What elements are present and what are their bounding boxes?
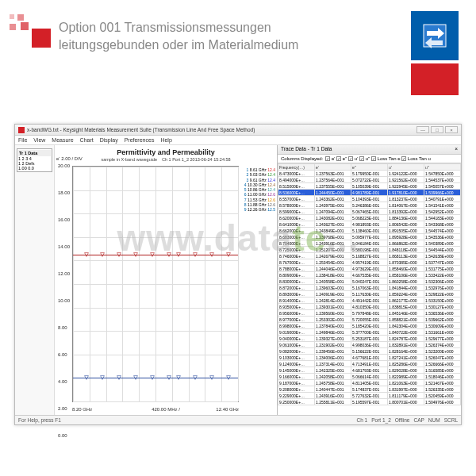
y-tick: 20.00	[58, 163, 70, 168]
table-row[interactable]: 9.166000E+…1.242058E+0015.066614E-0011.8…	[278, 374, 461, 380]
data-grid-wrap[interactable]: Frequency(…)e'e''u'u'' 8.473000E+…1.2375…	[278, 163, 461, 415]
trace-data-panel: Trace Data - Tr 1 Data × Columns Display…	[277, 145, 461, 415]
chart-ylabel: e' 2.00 / DIV	[56, 156, 83, 161]
table-row[interactable]: 8.746000E+…1.242679E+0015.168827E-0011.8…	[278, 253, 461, 259]
table-row[interactable]: 8.641000E+…1.243627E+0014.981893E-0011.8…	[278, 221, 461, 228]
table-row[interactable]: 9.061000E+…1.231902E+0014.998036E-0011.8…	[278, 342, 461, 348]
headline-text: Option 001 Transmissionsmessungen leitun…	[59, 19, 298, 53]
marker-down-icon	[84, 375, 89, 380]
statusbar: For Help, press F1 Ch 1Port 1_2OfflineCA…	[15, 415, 461, 424]
app-window: x-bandWG.txt - Keysight Materials Measur…	[14, 124, 462, 425]
checkbox[interactable]: ✓	[401, 156, 406, 161]
table-row[interactable]: 8.956000E+…1.239560E+0015.797848E-0011.8…	[278, 310, 461, 317]
menu-view[interactable]: View	[33, 137, 45, 143]
x-tick: 8.20 GHz	[72, 407, 92, 412]
headline-line2: leitungsgebunden oder im Materialmedium	[59, 36, 298, 54]
table-row[interactable]: 8.830000E+…1.240558E+0015.040247E-0011.8…	[278, 278, 461, 285]
table-row[interactable]: 8.935000E+…1.239301E+0014.810350E-0011.8…	[278, 304, 461, 310]
close-button[interactable]: ×	[445, 126, 458, 133]
table-row[interactable]: 9.040000E+…1.239327E+0015.253187E-0011.8…	[278, 336, 461, 342]
table-row[interactable]: 9.103000E+…1.234006E+0014.677681E-0011.8…	[278, 355, 461, 361]
marker-down-icon	[133, 375, 138, 380]
close-icon[interactable]: ×	[455, 146, 458, 153]
table-row[interactable]: 8.872000E+…1.239603E+0015.167063E-0011.8…	[278, 285, 461, 291]
checkbox[interactable]: ✓	[359, 156, 364, 161]
red-accent-bar	[411, 63, 459, 95]
x-tick: 420.00 MHz /	[152, 407, 180, 412]
y-tick: 18.00	[58, 190, 70, 195]
marker-down-icon	[117, 375, 121, 380]
trace-legend-title: Tr 1 Data	[18, 150, 51, 156]
table-row[interactable]: 9.208000E+…1.240447E+0015.174837E-0011.8…	[278, 386, 461, 393]
trace-legend-box[interactable]: Tr 1 Data 1 2 3 4 1 2 Defs 1.00 0.0	[17, 148, 52, 172]
checkbox[interactable]: ✓	[325, 156, 330, 161]
status-segment: SCRL	[444, 417, 458, 423]
menu-display[interactable]: Display	[100, 137, 118, 143]
col-header[interactable]: Frequency(…)	[278, 164, 315, 171]
data-panel-title[interactable]: Trace Data - Tr 1 Data ×	[278, 145, 461, 155]
y-tick: 14.00	[58, 244, 70, 249]
chart-area[interactable]: Permittivity and Permeability sample in …	[55, 145, 277, 415]
status-right: Ch 1Port 1_2OfflineCAPNUMSCRL	[352, 417, 458, 423]
table-row[interactable]: 9.082000E+…1.239456E+0015.156622E-0011.8…	[278, 348, 461, 355]
table-row[interactable]: 9.187000E+…1.245758E+0014.811405E-0011.8…	[278, 380, 461, 386]
menu-help[interactable]: Help	[160, 137, 171, 143]
table-row[interactable]: 8.557000E+…1.243362E+0015.104393E-0011.8…	[278, 196, 461, 202]
col-header[interactable]: u''	[424, 164, 461, 171]
menu-preferences[interactable]: Preferences	[125, 137, 155, 143]
table-row[interactable]: 8.599000E+…1.247094E+0015.067465E-0011.8…	[278, 209, 461, 215]
col-header[interactable]: e'	[315, 164, 351, 171]
col-header[interactable]: u'	[388, 164, 424, 171]
menu-file[interactable]: File	[18, 137, 27, 143]
table-row[interactable]: 8.809000E+…1.238418E+0014.667535E-0011.8…	[278, 272, 461, 278]
table-row[interactable]: 8.662000E+…1.243849E+0015.138460E-0011.8…	[278, 228, 461, 234]
table-row[interactable]: 8.788000E+…1.244046E+0014.973629E-0011.8…	[278, 266, 461, 272]
table-row[interactable]: 8.494000E+…1.237564E+0015.072722E-0011.9…	[278, 177, 461, 183]
window-controls: — □ ×	[416, 126, 458, 133]
table-row[interactable]: 8.620000E+…1.243082E+0015.068223E-0011.8…	[278, 215, 461, 221]
marker-down-icon	[226, 252, 231, 257]
table-row[interactable]: 8.893000E+…1.240919E+0015.117630E-0011.8…	[278, 291, 461, 298]
checkbox[interactable]: ✓	[348, 156, 353, 161]
col-header[interactable]: e''	[351, 164, 388, 171]
table-row[interactable]: 9.019000E+…1.249846E+0015.377700E-0011.8…	[278, 329, 461, 336]
chart-subtitle: sample in X-band waveguide Ch 1 Port 1_2…	[60, 157, 272, 162]
marker-down-icon	[176, 375, 181, 380]
table-row[interactable]: 8.914000E+…1.242814E+0014.491442E-0011.8…	[278, 298, 461, 304]
menu-measure[interactable]: Measure	[52, 137, 73, 143]
menu-chart[interactable]: Chart	[80, 137, 94, 143]
marker-down-icon	[176, 252, 181, 257]
marker-down-icon	[226, 375, 231, 380]
arrows-exchange-icon	[411, 11, 459, 60]
left-panel: Tr 1 Data 1 2 3 4 1 2 Defs 1.00 0.0	[15, 145, 55, 415]
titlebar[interactable]: x-bandWG.txt - Keysight Materials Measur…	[15, 125, 461, 136]
table-row[interactable]: 8.578000E+…1.243975E+0015.246386E-0011.8…	[278, 202, 461, 209]
marker-down-icon	[100, 252, 105, 257]
checkbox[interactable]: ✓	[371, 156, 376, 161]
status-left: For Help, press F1	[18, 417, 61, 423]
y-tick: 2.00	[58, 406, 67, 411]
plot-region[interactable]	[72, 166, 239, 402]
marker-legend: 1 8.61 GHz 12.42 9.03 GHz 12.43 9.61 GHz…	[244, 167, 275, 212]
x-tick: 12.40 GHz	[216, 407, 239, 412]
table-row[interactable]: 9.250000E+…1.255811E+0015.195597E-0011.8…	[278, 399, 461, 405]
maximize-button[interactable]: □	[431, 126, 443, 133]
table-row[interactable]: 8.998000E+…1.237840E+0015.185420E-0011.8…	[278, 323, 461, 329]
checkbox[interactable]: ✓	[336, 156, 341, 161]
table-row[interactable]: 8.977000E+…1.253302E+0015.720055E-0011.8…	[278, 317, 461, 323]
table-row[interactable]: 9.124000E+…1.237314E+0014.713491E-0011.8…	[278, 361, 461, 367]
menubar: File View Measure Chart Display Preferen…	[15, 136, 461, 145]
table-row[interactable]: 9.229000E+…1.243916E+0015.727632E-0011.8…	[278, 393, 461, 399]
table-row[interactable]: 8.683000E+…1.239768E+0015.095977E-0011.8…	[278, 234, 461, 240]
table-row[interactable]: 9.145000E+…1.242325E+0014.681793E-0011.8…	[278, 367, 461, 374]
table-row[interactable]: 8.536000E+…1.244450E+0014.981789E-0011.9…	[278, 190, 461, 196]
status-segment: Offline	[395, 417, 410, 423]
table-row[interactable]: 8.515000E+…1.237555E+0015.105039E-0011.9…	[278, 183, 461, 190]
minimize-button[interactable]: —	[416, 126, 429, 133]
table-row[interactable]: 8.725000E+…1.251207E+0015.580198E-0011.8…	[278, 247, 461, 253]
marker-down-icon	[167, 375, 171, 380]
data-grid[interactable]: Frequency(…)e'e''u'u'' 8.473000E+…1.2375…	[278, 163, 461, 405]
table-row[interactable]: 8.473000E+…1.237563E+0015.179950E-0011.9…	[278, 171, 461, 177]
table-row[interactable]: 8.767000E+…1.253454E+0014.957419E-0011.8…	[278, 259, 461, 266]
table-row[interactable]: 8.704000E+…1.243916E+0015.046184E-0011.8…	[278, 240, 461, 247]
